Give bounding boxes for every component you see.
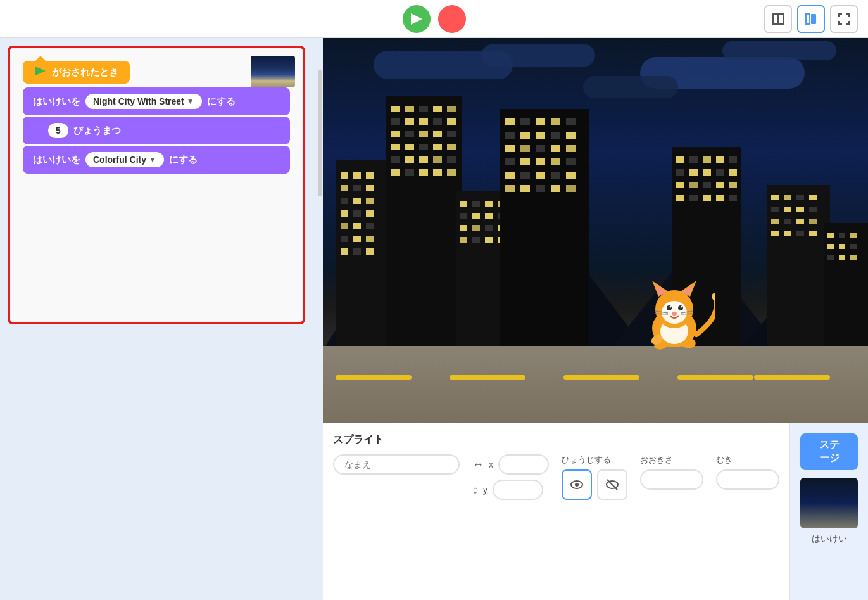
name-section — [333, 454, 460, 475]
svg-rect-30 — [353, 248, 361, 255]
svg-rect-4 — [811, 14, 816, 24]
direction-section: むき — [716, 454, 779, 490]
stage-tab-button[interactable]: ステージ — [800, 433, 858, 470]
y-coord-row: ↕ y — [472, 480, 549, 500]
scrollbar[interactable] — [318, 70, 322, 196]
svg-rect-26 — [341, 236, 348, 242]
direction-input[interactable] — [716, 469, 779, 490]
svg-point-169 — [681, 305, 682, 307]
when-flag-block[interactable]: がおされたとき — [23, 61, 130, 84]
wait-text: びょうまつ — [73, 125, 121, 137]
size-input[interactable] — [640, 469, 703, 490]
set-backdrop-1-block[interactable]: はいけいを Night City With Street ▼ にする — [23, 87, 290, 115]
view-stage-button[interactable] — [797, 5, 825, 33]
main-content: がおされたとき はいけいを Night City With Street ▼ に… — [0, 38, 868, 600]
svg-rect-105 — [536, 185, 545, 192]
svg-rect-49 — [419, 144, 428, 150]
svg-rect-41 — [447, 118, 456, 125]
svg-rect-88 — [505, 145, 515, 152]
svg-rect-62 — [460, 201, 467, 207]
road — [323, 346, 868, 423]
backdrop2-dropdown[interactable]: Colorful City ▼ — [85, 152, 164, 167]
x-input[interactable] — [498, 454, 549, 475]
sprite-name-input[interactable] — [333, 454, 460, 475]
svg-rect-3 — [806, 14, 810, 24]
x-label: x — [489, 459, 493, 469]
svg-marker-5 — [35, 67, 46, 75]
svg-rect-33 — [405, 106, 414, 112]
svg-rect-118 — [676, 182, 684, 188]
stop-button[interactable] — [438, 5, 466, 33]
stage-thumbnail-img — [800, 478, 858, 528]
svg-rect-36 — [447, 106, 456, 112]
svg-rect-86 — [551, 132, 560, 139]
svg-rect-142 — [796, 231, 804, 236]
svg-rect-109 — [689, 156, 698, 163]
svg-rect-37 — [391, 118, 400, 125]
svg-rect-128 — [771, 195, 779, 200]
svg-rect-125 — [703, 195, 711, 201]
svg-rect-19 — [366, 198, 374, 204]
view-fullscreen-button[interactable] — [830, 5, 858, 33]
svg-rect-107 — [566, 185, 576, 192]
hide-button[interactable] — [597, 469, 627, 500]
svg-rect-22 — [366, 210, 374, 217]
svg-rect-47 — [391, 144, 400, 150]
svg-rect-106 — [551, 185, 560, 192]
building-7-windows — [824, 223, 868, 350]
set-to-label-2: にする — [169, 154, 198, 166]
dropdown-arrow-2: ▼ — [149, 155, 156, 164]
svg-rect-12 — [353, 172, 361, 179]
building-1 — [336, 160, 386, 350]
show-button[interactable] — [562, 469, 592, 500]
set-backdrop-label-1: はいけいを — [33, 96, 80, 108]
svg-rect-130 — [796, 195, 804, 200]
wait-number[interactable]: 5 — [48, 123, 68, 138]
view-layout-button[interactable] — [764, 5, 792, 33]
svg-rect-39 — [419, 118, 428, 125]
building-4-windows — [500, 109, 589, 350]
svg-rect-58 — [405, 169, 414, 176]
svg-rect-92 — [566, 145, 576, 152]
svg-rect-139 — [809, 219, 817, 224]
svg-rect-84 — [520, 132, 530, 139]
svg-rect-67 — [472, 213, 480, 219]
svg-rect-24 — [353, 223, 361, 229]
svg-rect-60 — [433, 169, 442, 176]
svg-rect-75 — [472, 237, 480, 243]
size-label: おおきさ — [640, 454, 703, 466]
svg-marker-0 — [411, 13, 422, 25]
svg-rect-78 — [505, 118, 515, 125]
direction-label: むき — [716, 454, 779, 466]
svg-line-174 — [681, 314, 693, 314]
sprite-panel-title: スプライト — [333, 433, 779, 447]
svg-rect-40 — [433, 118, 442, 125]
svg-rect-27 — [353, 236, 361, 242]
backdrop1-dropdown[interactable]: Night City With Street ▼ — [85, 94, 202, 109]
svg-rect-48 — [405, 144, 414, 150]
svg-rect-29 — [341, 248, 348, 255]
svg-rect-151 — [839, 255, 845, 260]
arrow-x-icon: ↔ — [472, 458, 484, 471]
svg-rect-111 — [716, 156, 724, 163]
svg-rect-72 — [485, 225, 493, 231]
svg-rect-2 — [779, 14, 783, 24]
svg-rect-117 — [729, 169, 737, 176]
svg-rect-50 — [433, 144, 442, 150]
city-scene — [323, 38, 868, 423]
wait-block[interactable]: 5 びょうまつ — [23, 117, 290, 144]
svg-rect-61 — [447, 169, 456, 176]
backdrop-thumbnail-img — [251, 56, 295, 87]
set-backdrop-2-block[interactable]: はいけいを Colorful City ▼ にする — [23, 146, 290, 174]
svg-rect-99 — [520, 172, 530, 179]
svg-rect-80 — [536, 118, 545, 125]
svg-rect-13 — [366, 172, 374, 179]
svg-rect-101 — [551, 172, 560, 179]
green-flag-button[interactable] — [403, 5, 431, 33]
y-input[interactable] — [493, 480, 543, 500]
road-line-1 — [336, 375, 412, 380]
road-line-3 — [563, 375, 639, 380]
sprite-panel: スプライト ↔ x ↕ — [323, 423, 790, 600]
cloud-4 — [722, 41, 836, 60]
svg-rect-74 — [460, 237, 467, 243]
